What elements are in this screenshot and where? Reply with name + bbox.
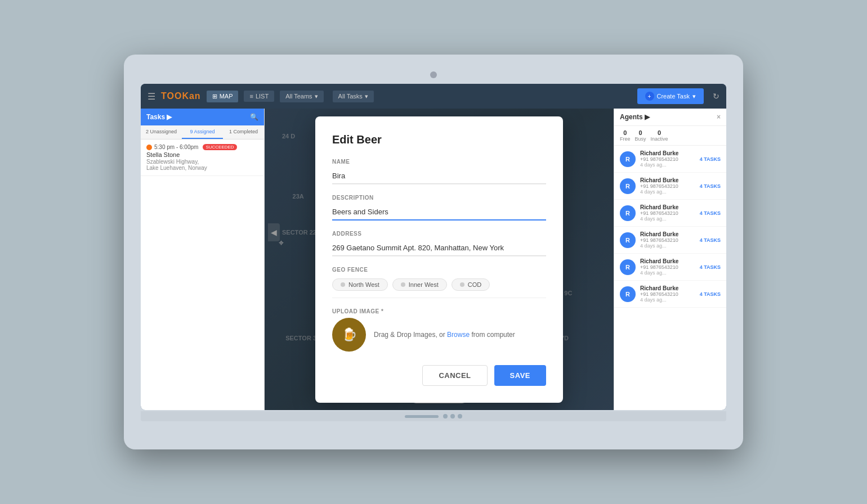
save-button[interactable]: SAVE — [494, 365, 546, 386]
cancel-button[interactable]: CANCEL — [422, 365, 487, 386]
app-container: ☰ TOOKan ⊞ MAP ≡ LIST All Teams ▾ All T — [141, 84, 726, 410]
geo-chip-innerwest[interactable]: Inner West — [392, 278, 447, 291]
description-field-group: DESCRIPTION — [332, 195, 546, 220]
agent-info: Richard Burke +91 9876543210 4 days ag..… — [640, 150, 695, 168]
agent-tasks: 4 TASKS — [700, 210, 721, 216]
tasks-tabs: 2 Unassigned 9 Assigned 1 Completed — [141, 125, 264, 140]
agent-avatar: R — [620, 178, 636, 194]
stat-busy-label: Busy — [635, 136, 646, 142]
task-time: 5:30 pm - 6:00pm — [154, 144, 198, 150]
agent-name: Richard Burke — [640, 285, 695, 291]
list-item[interactable]: R Richard Burke +91 9876543210 4 days ag… — [614, 281, 726, 308]
logo-suffix: n — [195, 91, 201, 101]
all-tasks-label: All Tasks — [338, 93, 363, 100]
geo-fence-chips: North West Inner West COD — [332, 276, 546, 293]
upload-preview: 🍺 — [332, 318, 366, 352]
list-view-button[interactable]: ≡ LIST — [244, 91, 274, 102]
agent-sub: 4 days ag... — [640, 243, 695, 249]
search-icon[interactable]: 🔍 — [250, 113, 258, 121]
agent-sub: 4 days ag... — [640, 162, 695, 168]
agent-sub: 4 days ag... — [640, 216, 695, 222]
agent-tasks: 4 TASKS — [700, 291, 721, 297]
close-icon[interactable]: × — [717, 113, 721, 121]
tab-completed[interactable]: 1 Completed — [223, 125, 264, 139]
create-task-button[interactable]: + Create Task ▾ — [637, 88, 704, 104]
agent-name: Richard Burke — [640, 150, 695, 156]
all-teams-dropdown[interactable]: All Teams ▾ — [280, 91, 323, 102]
status-badge: SUCCEEDED — [203, 144, 236, 150]
chevron-down-icon: ▾ — [315, 93, 318, 100]
agent-phone: +91 9876543210 — [640, 156, 695, 162]
geo-chip-cod[interactable]: COD — [452, 278, 490, 291]
geo-chip-label: North West — [348, 281, 379, 288]
agent-avatar: R — [620, 232, 636, 248]
name-field-group: NAME — [332, 159, 546, 184]
agent-info: Richard Burke +91 9876543210 4 days ag..… — [640, 285, 695, 303]
list-item[interactable]: R Richard Burke +91 9876543210 4 days ag… — [614, 173, 726, 200]
map-view-button[interactable]: ⊞ MAP — [207, 91, 239, 102]
name-input[interactable] — [332, 168, 546, 184]
agent-tasks: 4 TASKS — [700, 237, 721, 243]
list-label: LIST — [256, 93, 269, 100]
agent-name: Richard Burke — [640, 231, 695, 237]
agents-panel: Agents ▶ × 0 Free 0 Busy — [614, 109, 726, 410]
stat-free-label: Free — [620, 136, 631, 142]
geo-chip-northwest[interactable]: North West — [332, 278, 388, 291]
agent-avatar: R — [620, 151, 636, 167]
agent-info: Richard Burke +91 9876543210 4 days ag..… — [640, 177, 695, 195]
tasks-sidebar: Tasks ▶ 🔍 2 Unassigned 9 Assigned 1 Comp… — [141, 109, 265, 410]
agent-sub: 4 days ag... — [640, 270, 695, 276]
upload-suffix: from computer — [470, 331, 515, 339]
plus-icon: + — [645, 92, 654, 101]
agent-avatar: R — [620, 205, 636, 221]
upload-drag-text: Drag & Drop Images, or — [374, 331, 447, 339]
laptop-screen: ☰ TOOKan ⊞ MAP ≡ LIST All Teams ▾ All T — [141, 84, 726, 410]
browse-link[interactable]: Browse — [447, 331, 470, 339]
agent-name: Richard Burke — [640, 258, 695, 264]
hamburger-icon[interactable]: ☰ — [148, 91, 155, 102]
agent-sub: 4 days ag... — [640, 189, 695, 195]
stat-free: 0 Free — [620, 129, 631, 142]
agent-name: Richard Burke — [640, 177, 695, 183]
agent-tasks: 4 TASKS — [700, 264, 721, 270]
agent-info: Richard Burke +91 9876543210 4 days ag..… — [640, 204, 695, 222]
description-input[interactable] — [332, 204, 546, 220]
stat-free-value: 0 — [620, 129, 631, 136]
all-tasks-dropdown[interactable]: All Tasks ▾ — [333, 91, 374, 102]
upload-section: 🍺 Drag & Drop Images, or Browse from com… — [332, 318, 546, 352]
laptop-dots — [443, 414, 462, 418]
all-teams-label: All Teams — [285, 93, 312, 100]
address-input[interactable] — [332, 240, 546, 256]
tab-assigned[interactable]: 9 Assigned — [182, 125, 223, 139]
tasks-title: Tasks ▶ — [146, 113, 172, 121]
laptop-camera — [430, 71, 437, 78]
refresh-icon[interactable]: ↻ — [713, 92, 719, 101]
chevron-down-icon: ▾ — [692, 93, 696, 100]
list-item[interactable]: R Richard Burke +91 9876543210 4 days ag… — [614, 200, 726, 227]
agent-phone: +91 9876543210 — [640, 210, 695, 216]
create-task-label: Create Task — [657, 93, 690, 100]
geo-chip-dot — [341, 282, 345, 287]
beer-image: 🍺 — [342, 327, 357, 342]
list-icon: ≡ — [249, 93, 253, 100]
map-label: MAP — [220, 93, 233, 100]
main-area: Tasks ▶ 🔍 2 Unassigned 9 Assigned 1 Comp… — [141, 109, 726, 410]
agents-stats: 0 Free 0 Busy 0 Inactive — [614, 126, 726, 146]
tab-unassigned[interactable]: 2 Unassigned — [141, 125, 182, 139]
list-item[interactable]: R Richard Burke +91 9876543210 4 days ag… — [614, 146, 726, 173]
list-item[interactable]: 5:30 pm - 6:00pm SUCCEEDED Stella Stone … — [141, 140, 264, 176]
laptop-trackpad — [405, 415, 439, 418]
stat-busy: 0 Busy — [635, 129, 646, 142]
address-label: ADDRESS — [332, 231, 546, 237]
name-label: NAME — [332, 159, 546, 165]
list-item[interactable]: R Richard Burke +91 9876543210 4 days ag… — [614, 254, 726, 281]
agent-phone: +91 9876543210 — [640, 264, 695, 270]
upload-instructions: Drag & Drop Images, or Browse from compu… — [374, 331, 515, 339]
agent-phone: +91 9876543210 — [640, 237, 695, 243]
list-item[interactable]: R Richard Burke +91 9876543210 4 days ag… — [614, 227, 726, 254]
top-nav: ☰ TOOKan ⊞ MAP ≡ LIST All Teams ▾ All T — [141, 84, 726, 109]
modal-title: Edit Beer — [332, 133, 546, 146]
task-name: Stella Stone — [146, 151, 258, 158]
agent-phone: +91 9876543210 — [640, 291, 695, 297]
geo-chip-label: COD — [468, 281, 481, 288]
